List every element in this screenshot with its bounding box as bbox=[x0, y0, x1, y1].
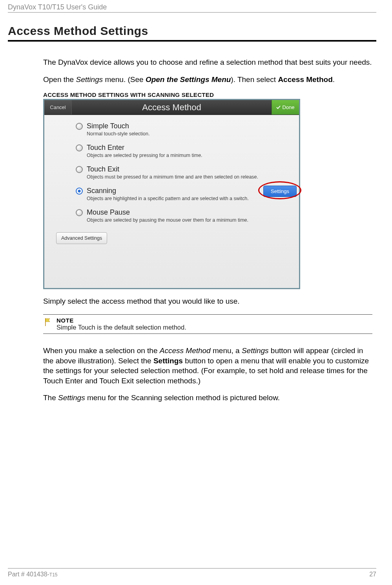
option-desc: Objects are highlighted in a specific pa… bbox=[87, 196, 294, 201]
note-title: NOTE bbox=[57, 317, 186, 324]
part-suffix: T15 bbox=[49, 572, 58, 578]
option-desc: Objects are selected by pressing for a m… bbox=[87, 153, 294, 158]
text: Open the bbox=[43, 75, 76, 84]
page-number: 27 bbox=[369, 571, 376, 578]
em: Access Method bbox=[160, 346, 211, 355]
em: Settings bbox=[242, 346, 269, 355]
radio-icon-selected[interactable] bbox=[76, 188, 83, 195]
settings-button-paragraph: When you make a selection on the Access … bbox=[43, 346, 372, 386]
open-settings-ref: Open the Settings Menu bbox=[146, 75, 231, 84]
select-method-paragraph: Simply select the access method that you… bbox=[43, 296, 372, 306]
part-prefix: Part # 401438- bbox=[8, 571, 49, 578]
page-footer: Part # 401438-T15 27 bbox=[8, 568, 376, 578]
option-label: Touch Enter bbox=[87, 144, 124, 152]
dialog-header: Cancel Access Method Done bbox=[44, 100, 299, 115]
option-touch-exit[interactable]: Touch Exit Objects must be pressed for a… bbox=[76, 165, 294, 180]
intro-paragraph: The DynaVox device allows you to choose … bbox=[43, 57, 372, 67]
option-desc: Normal touch-style selection. bbox=[87, 131, 294, 137]
text: ). Then select bbox=[231, 75, 278, 84]
done-label: Done bbox=[282, 104, 294, 110]
option-scanning[interactable]: Scanning Settings Objects are highlighte… bbox=[76, 187, 294, 201]
text: When you make a selection on the bbox=[43, 346, 160, 355]
settings-button[interactable]: Settings bbox=[263, 186, 297, 197]
access-method-strong: Access Method bbox=[278, 75, 332, 84]
radio-icon[interactable] bbox=[76, 144, 83, 151]
option-simple-touch[interactable]: Simple Touch Normal touch-style selectio… bbox=[76, 122, 294, 137]
dialog-title: Access Method bbox=[72, 100, 272, 115]
text: menu. (See bbox=[103, 75, 146, 84]
text: . bbox=[333, 75, 335, 84]
option-label: Mouse Pause bbox=[87, 208, 130, 217]
em: Settings bbox=[58, 394, 85, 402]
option-desc: Objects must be pressed for a minimum ti… bbox=[87, 174, 294, 180]
strong: Settings bbox=[153, 357, 183, 365]
option-mouse-pause[interactable]: Mouse Pause Objects are selected by paus… bbox=[76, 208, 294, 223]
text: The bbox=[43, 394, 58, 402]
cancel-button[interactable]: Cancel bbox=[44, 100, 72, 115]
doc-header: DynaVox T10/T15 User's Guide bbox=[8, 3, 376, 13]
text: menu for the Scanning selection method i… bbox=[85, 394, 280, 402]
note-block: NOTE Simple Touch is the default selecti… bbox=[43, 314, 372, 334]
option-label: Simple Touch bbox=[87, 122, 129, 130]
open-settings-paragraph: Open the Settings menu. (See Open the Se… bbox=[43, 75, 372, 85]
advanced-settings-button[interactable]: Advanced Settings bbox=[56, 232, 107, 244]
section-title: Access Method Settings bbox=[8, 24, 376, 42]
flag-icon bbox=[44, 318, 51, 326]
note-body: Simple Touch is the default selection me… bbox=[57, 324, 186, 331]
access-method-screenshot: Cancel Access Method Done Simple Touch N… bbox=[43, 99, 300, 289]
option-label: Touch Exit bbox=[87, 165, 119, 173]
radio-icon[interactable] bbox=[76, 166, 83, 173]
radio-icon[interactable] bbox=[76, 123, 83, 130]
done-button[interactable]: Done bbox=[272, 100, 299, 115]
scanning-settings-paragraph: The Settings menu for the Scanning selec… bbox=[43, 393, 372, 403]
text: menu, a bbox=[211, 346, 242, 355]
radio-icon[interactable] bbox=[76, 209, 83, 216]
check-icon bbox=[276, 105, 281, 109]
part-number: Part # 401438-T15 bbox=[8, 571, 58, 578]
option-touch-enter[interactable]: Touch Enter Objects are selected by pres… bbox=[76, 144, 294, 158]
option-label: Scanning bbox=[87, 187, 116, 195]
screenshot-caption: ACCESS METHOD SETTINGS WITH SCANNING SEL… bbox=[43, 91, 372, 98]
settings-em: Settings bbox=[76, 75, 103, 84]
option-desc: Objects are selected by pausing the mous… bbox=[87, 217, 294, 223]
